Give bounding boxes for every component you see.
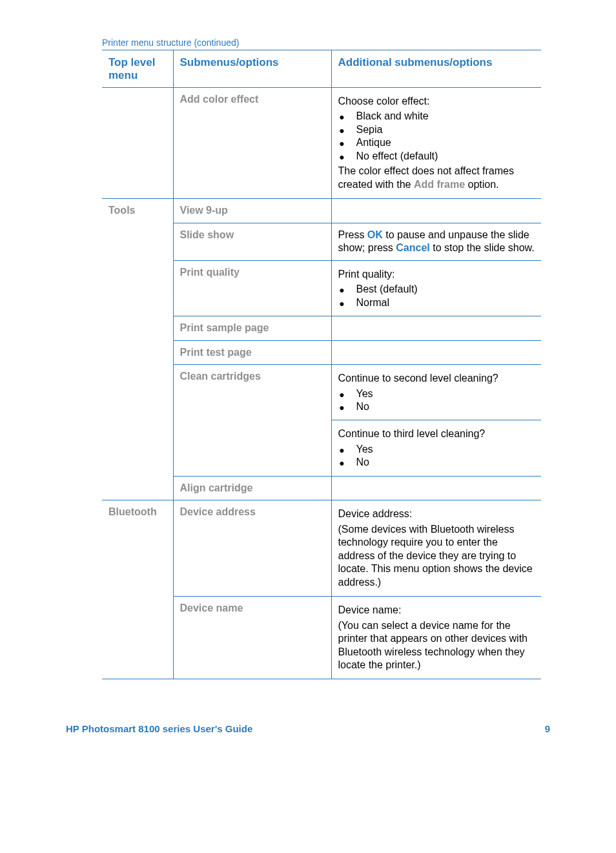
cell-top-level: Tools [102,199,173,223]
cell-submenu: Device name [173,597,331,679]
text: (You can select a device name for the pr… [338,619,535,672]
cell-additional [331,340,541,364]
list-item: Black and white [338,110,535,123]
table-row: Align cartridge [102,476,541,500]
cell-top-level [102,476,173,500]
table-row: Print test page [102,340,541,364]
cell-top-level: Bluetooth [102,500,173,597]
text: option. [465,179,498,190]
footer-page-number: 9 [545,723,550,734]
bullet-list: Yes No [338,443,535,469]
cell-additional: Print quality: Best (default) Normal [331,260,541,316]
table-row: Add color effect Choose color effect: Bl… [102,88,541,199]
table-row: Print sample page [102,316,541,340]
text: Choose color effect: [338,95,535,108]
bullet-list: Yes No [338,387,535,414]
text: Print quality: [338,268,535,281]
cell-additional: Device address: (Some devices with Bluet… [331,500,541,597]
text-emphasis: Cancel [396,242,429,253]
cell-submenu: Slide show [173,223,331,260]
list-item: Yes [338,443,535,456]
list-item: Best (default) [338,283,535,296]
cell-top-level [102,597,173,679]
text: to stop the slide show. [430,242,535,253]
cell-submenu: Print sample page [173,316,331,340]
bullet-list: Best (default) Normal [338,283,535,309]
cell-additional: Press OK to pause and unpause the slide … [331,223,541,260]
table-row: Print quality Print quality: Best (defau… [102,260,541,316]
cell-top-level [102,365,173,420]
list-item: No [338,400,535,413]
cell-submenu: Align cartridge [173,476,331,500]
text: Device name: [338,604,535,617]
cell-additional: Continue to third level cleaning? Yes No [331,420,541,476]
table-caption: Printer menu structure (continued) [102,37,551,48]
text: (Some devices with Bluetooth wireless te… [338,523,535,589]
table-row: Slide show Press OK to pause and unpause… [102,223,541,260]
cell-top-level [102,340,173,364]
text: Continue to third level cleaning? [338,427,535,440]
table-row: Device name Device name: (You can select… [102,597,541,679]
cell-submenu: Print quality [173,260,331,316]
cell-top-level [102,420,173,476]
menu-structure-table: Top level menu Submenus/options Addition… [102,50,541,679]
cell-submenu [173,420,331,476]
text-emphasis: OK [367,229,383,240]
cell-submenu: Add color effect [173,88,331,199]
text-emphasis: Add frame [414,179,465,190]
th-top-level-menu: Top level menu [102,50,173,88]
cell-top-level [102,260,173,316]
th-additional-submenus: Additional submenus/options [331,50,541,88]
cell-submenu: Print test page [173,340,331,364]
cell-top-level [102,316,173,340]
cell-top-level [102,88,173,199]
list-item: No effect (default) [338,150,535,163]
cell-additional: Choose color effect: Black and white Sep… [331,88,541,199]
table-header-row: Top level menu Submenus/options Addition… [102,50,541,88]
list-item: Yes [338,387,535,400]
table-row: Tools View 9-up [102,199,541,223]
cell-additional [331,199,541,223]
list-item: Normal [338,296,535,309]
list-item: Antique [338,136,535,149]
bullet-list: Black and white Sepia Antique No effect … [338,110,535,163]
table-row: Continue to third level cleaning? Yes No [102,420,541,476]
th-submenus-options: Submenus/options [173,50,331,88]
text: Press [338,229,367,240]
table-row: Clean cartridges Continue to second leve… [102,365,541,420]
cell-additional [331,476,541,500]
list-item: Sepia [338,123,535,136]
cell-additional: Continue to second level cleaning? Yes N… [331,365,541,420]
cell-top-level [102,223,173,260]
list-item: No [338,456,535,469]
cell-submenu: Clean cartridges [173,365,331,420]
cell-additional [331,316,541,340]
page-footer: HP Photosmart 8100 series User's Guide 9 [65,723,551,734]
cell-submenu: Device address [173,500,331,597]
footer-title: HP Photosmart 8100 series User's Guide [66,723,252,734]
text: Continue to second level cleaning? [338,372,535,385]
cell-additional: Device name: (You can select a device na… [331,597,541,679]
text: The color effect does not affect frames … [338,165,535,191]
cell-submenu: View 9-up [173,199,331,223]
table-row: Bluetooth Device address Device address:… [102,500,541,597]
text: Device address: [338,508,535,520]
